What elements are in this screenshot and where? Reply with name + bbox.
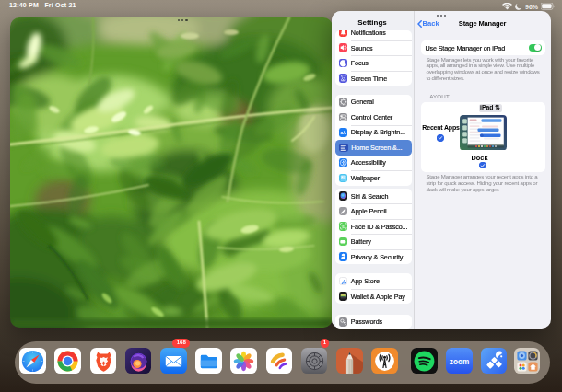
svg-text:aA: aA [340, 130, 346, 135]
svg-text:zoom: zoom [450, 357, 469, 365]
